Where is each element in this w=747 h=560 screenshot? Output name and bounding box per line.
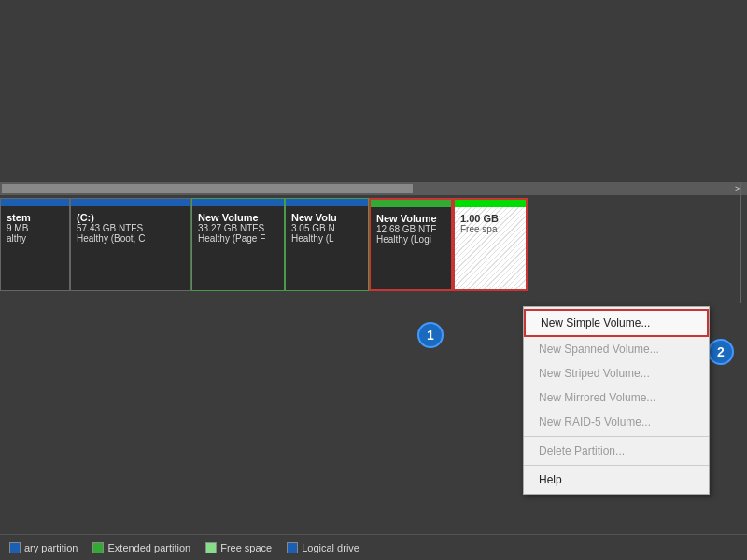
vertical-divider xyxy=(740,182,741,303)
context-menu-new-raid5-volume[interactable]: New RAID-5 Volume... xyxy=(524,410,709,434)
scrollbar-thumb[interactable] xyxy=(2,184,413,193)
context-menu-help[interactable]: Help xyxy=(524,468,709,492)
legend-free-label: Free space xyxy=(220,542,272,553)
scroll-right-arrow[interactable]: > xyxy=(728,182,747,195)
context-menu: New Simple Volume... New Spanned Volume.… xyxy=(523,306,710,495)
disk-management-area: > stem 9 MB althy (C:) 57.43 GB NTFS Hea… xyxy=(0,0,747,560)
partition-nv2-size: 3.05 GB N xyxy=(291,223,362,233)
partition-nv3-size: 12.68 GB NTF xyxy=(376,224,445,234)
step-2-badge: 2 xyxy=(708,339,734,365)
partition-nv3-status: Healthy (Logi xyxy=(376,234,445,245)
partition-system-title: stem xyxy=(7,212,63,223)
step-1-badge: 1 xyxy=(417,322,444,348)
partition-nv2-status: Healthy (L xyxy=(291,233,362,244)
partition-c-status: Healthy (Boot, C xyxy=(77,233,185,244)
partition-nv3-title: New Volume xyxy=(376,213,445,224)
partition-new-volume-3[interactable]: New Volume 12.68 GB NTF Healthy (Logi xyxy=(369,198,453,291)
partition-nv1-title: New Volume xyxy=(198,212,278,223)
context-menu-new-mirrored-volume[interactable]: New Mirrored Volume... xyxy=(524,385,709,410)
partition-system[interactable]: stem 9 MB althy xyxy=(0,198,70,291)
partition-nv1-status: Healthy (Page F xyxy=(198,233,278,244)
legend-primary-color xyxy=(9,542,21,553)
partition-new-volume-1[interactable]: New Volume 33.27 GB NTFS Healthy (Page F xyxy=(191,198,285,291)
partition-bar-nv1 xyxy=(192,199,284,206)
partition-free-space[interactable]: 1.00 GB Free spa xyxy=(453,198,528,291)
legend-free-color xyxy=(205,542,217,553)
legend-extended: Extended partition xyxy=(92,542,190,553)
partition-nv1-size: 33.27 GB NTFS xyxy=(198,223,278,233)
free-space-label: Free spa xyxy=(460,224,520,234)
context-menu-new-spanned-volume[interactable]: New Spanned Volume... xyxy=(524,337,709,361)
partition-row: stem 9 MB althy (C:) 57.43 GB NTFS Healt… xyxy=(0,198,747,291)
legend-logical-color xyxy=(287,542,298,553)
partition-c-drive[interactable]: (C:) 57.43 GB NTFS Healthy (Boot, C xyxy=(70,198,191,291)
context-menu-delete-partition[interactable]: Delete Partition... xyxy=(524,439,709,463)
legend-primary-label: ary partition xyxy=(24,542,78,553)
partition-bar-nv3 xyxy=(371,200,451,207)
context-menu-new-simple-volume[interactable]: New Simple Volume... xyxy=(524,309,709,337)
partition-bar-c xyxy=(71,199,190,206)
legend-bar: ary partition Extended partition Free sp… xyxy=(0,534,747,560)
legend-logical: Logical drive xyxy=(287,542,359,553)
free-space-size: 1.00 GB xyxy=(460,213,520,224)
partition-bar-free xyxy=(455,200,526,207)
partition-bar-nv2 xyxy=(286,199,368,206)
context-menu-separator-1 xyxy=(524,436,709,437)
legend-extended-label: Extended partition xyxy=(107,542,190,553)
context-menu-separator-2 xyxy=(524,465,709,466)
legend-extended-color xyxy=(92,542,104,553)
partition-system-size: 9 MB xyxy=(7,223,63,233)
partition-nv2-title: New Volu xyxy=(291,212,362,223)
partition-bar-system xyxy=(1,199,69,206)
partition-c-title: (C:) xyxy=(77,212,185,223)
legend-logical-label: Logical drive xyxy=(302,542,359,553)
partition-new-volume-2[interactable]: New Volu 3.05 GB N Healthy (L xyxy=(285,198,369,291)
horizontal-scrollbar[interactable] xyxy=(0,182,728,195)
context-menu-new-striped-volume[interactable]: New Striped Volume... xyxy=(524,361,709,385)
partition-system-status: althy xyxy=(7,233,63,244)
legend-free: Free space xyxy=(205,542,272,553)
partition-c-size: 57.43 GB NTFS xyxy=(77,223,185,233)
legend-primary: ary partition xyxy=(9,542,78,553)
